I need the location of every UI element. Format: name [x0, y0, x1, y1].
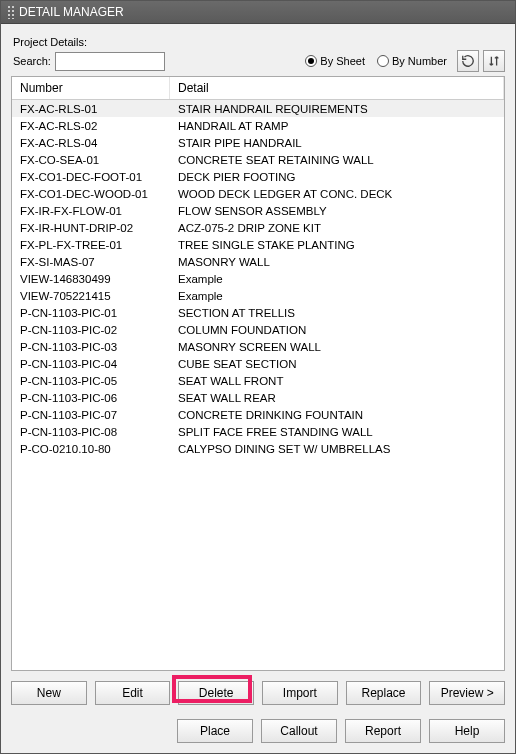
sort-icon	[487, 54, 501, 68]
search-input[interactable]	[55, 52, 165, 71]
cell-number: FX-SI-MAS-07	[12, 256, 170, 268]
cell-number: P-CN-1103-PIC-06	[12, 392, 170, 404]
table-header: Number Detail	[12, 77, 504, 100]
cell-detail: WOOD DECK LEDGER AT CONC. DECK	[170, 188, 504, 200]
radio-icon	[305, 55, 317, 67]
table-row[interactable]: FX-CO-SEA-01CONCRETE SEAT RETAINING WALL	[12, 151, 504, 168]
cell-detail: COLUMN FOUNDATION	[170, 324, 504, 336]
cell-number: P-CN-1103-PIC-08	[12, 426, 170, 438]
cell-detail: MASONRY SCREEN WALL	[170, 341, 504, 353]
cell-detail: FLOW SENSOR ASSEMBLY	[170, 205, 504, 217]
cell-detail: ACZ-075-2 DRIP ZONE KIT	[170, 222, 504, 234]
titlebar[interactable]: DETAIL MANAGER	[1, 1, 515, 24]
radio-icon	[377, 55, 389, 67]
column-header-detail[interactable]: Detail	[170, 77, 504, 99]
radio-by-number-label: By Number	[392, 55, 447, 67]
action-button-row: New Edit Delete Import Replace Preview >	[9, 677, 507, 715]
cell-detail: CUBE SEAT SECTION	[170, 358, 504, 370]
cell-number: FX-AC-RLS-02	[12, 120, 170, 132]
cell-number: P-CN-1103-PIC-01	[12, 307, 170, 319]
table-body: FX-AC-RLS-01STAIR HANDRAIL REQUIREMENTSF…	[12, 100, 504, 670]
refresh-button[interactable]	[457, 50, 479, 72]
cell-detail: CONCRETE SEAT RETAINING WALL	[170, 154, 504, 166]
cell-number: VIEW-146830499	[12, 273, 170, 285]
cell-detail: MASONRY WALL	[170, 256, 504, 268]
cell-detail: DECK PIER FOOTING	[170, 171, 504, 183]
report-button[interactable]: Report	[345, 719, 421, 743]
cell-number: FX-AC-RLS-04	[12, 137, 170, 149]
detail-manager-window: DETAIL MANAGER Project Details: Search: …	[0, 0, 516, 754]
window-body: Project Details: Search: By Sheet By Num…	[1, 24, 515, 753]
cell-number: FX-IR-FX-FLOW-01	[12, 205, 170, 217]
cell-detail: SECTION AT TRELLIS	[170, 307, 504, 319]
import-button[interactable]: Import	[262, 681, 338, 705]
cell-number: FX-CO1-DEC-FOOT-01	[12, 171, 170, 183]
table-row[interactable]: FX-PL-FX-TREE-01TREE SINGLE STAKE PLANTI…	[12, 236, 504, 253]
cell-number: VIEW-705221415	[12, 290, 170, 302]
table-row[interactable]: P-CN-1103-PIC-02COLUMN FOUNDATION	[12, 321, 504, 338]
refresh-icon	[461, 54, 475, 68]
cell-number: P-CN-1103-PIC-04	[12, 358, 170, 370]
view-mode-radio-group: By Sheet By Number	[305, 55, 447, 67]
cell-number: P-CN-1103-PIC-02	[12, 324, 170, 336]
replace-button[interactable]: Replace	[346, 681, 422, 705]
table-row[interactable]: FX-AC-RLS-04STAIR PIPE HANDRAIL	[12, 134, 504, 151]
column-header-number[interactable]: Number	[12, 77, 170, 99]
cell-number: FX-CO1-DEC-WOOD-01	[12, 188, 170, 200]
details-table: Number Detail FX-AC-RLS-01STAIR HANDRAIL…	[11, 76, 505, 671]
table-row[interactable]: P-CN-1103-PIC-03MASONRY SCREEN WALL	[12, 338, 504, 355]
table-row[interactable]: P-CN-1103-PIC-08SPLIT FACE FREE STANDING…	[12, 423, 504, 440]
sort-button[interactable]	[483, 50, 505, 72]
delete-button[interactable]: Delete	[178, 681, 254, 705]
edit-button[interactable]: Edit	[95, 681, 171, 705]
callout-button[interactable]: Callout	[261, 719, 337, 743]
radio-by-sheet-label: By Sheet	[320, 55, 365, 67]
help-button[interactable]: Help	[429, 719, 505, 743]
table-row[interactable]: VIEW-146830499Example	[12, 270, 504, 287]
table-row[interactable]: P-CN-1103-PIC-07CONCRETE DRINKING FOUNTA…	[12, 406, 504, 423]
cell-number: FX-CO-SEA-01	[12, 154, 170, 166]
cell-detail: HANDRAIL AT RAMP	[170, 120, 504, 132]
cell-detail: CALYPSO DINING SET W/ UMBRELLAS	[170, 443, 504, 455]
cell-detail: STAIR PIPE HANDRAIL	[170, 137, 504, 149]
cell-number: P-CN-1103-PIC-05	[12, 375, 170, 387]
cell-number: FX-AC-RLS-01	[12, 103, 170, 115]
table-row[interactable]: P-CN-1103-PIC-04CUBE SEAT SECTION	[12, 355, 504, 372]
preview-button[interactable]: Preview >	[429, 681, 505, 705]
table-row[interactable]: FX-AC-RLS-01STAIR HANDRAIL REQUIREMENTS	[12, 100, 504, 117]
table-row[interactable]: FX-IR-HUNT-DRIP-02ACZ-075-2 DRIP ZONE KI…	[12, 219, 504, 236]
window-title: DETAIL MANAGER	[19, 5, 124, 19]
radio-by-sheet[interactable]: By Sheet	[305, 55, 365, 67]
cell-detail: STAIR HANDRAIL REQUIREMENTS	[170, 103, 504, 115]
controls-row: Search: By Sheet By Number	[13, 50, 505, 72]
cell-detail: Example	[170, 273, 504, 285]
grip-icon	[7, 5, 15, 19]
cell-detail: CONCRETE DRINKING FOUNTAIN	[170, 409, 504, 421]
cell-detail: SEAT WALL FRONT	[170, 375, 504, 387]
table-row[interactable]: VIEW-705221415Example	[12, 287, 504, 304]
new-button[interactable]: New	[11, 681, 87, 705]
cell-number: P-CN-1103-PIC-07	[12, 409, 170, 421]
table-row[interactable]: FX-CO1-DEC-WOOD-01WOOD DECK LEDGER AT CO…	[12, 185, 504, 202]
table-row[interactable]: FX-CO1-DEC-FOOT-01DECK PIER FOOTING	[12, 168, 504, 185]
cell-detail: SEAT WALL REAR	[170, 392, 504, 404]
cell-number: FX-PL-FX-TREE-01	[12, 239, 170, 251]
cell-number: P-CO-0210.10-80	[12, 443, 170, 455]
secondary-button-row: Place Callout Report Help	[9, 715, 507, 747]
table-row[interactable]: FX-IR-FX-FLOW-01FLOW SENSOR ASSEMBLY	[12, 202, 504, 219]
table-row[interactable]: P-CN-1103-PIC-01SECTION AT TRELLIS	[12, 304, 504, 321]
table-row[interactable]: P-CN-1103-PIC-05SEAT WALL FRONT	[12, 372, 504, 389]
cell-detail: Example	[170, 290, 504, 302]
radio-by-number[interactable]: By Number	[377, 55, 447, 67]
table-row[interactable]: P-CO-0210.10-80CALYPSO DINING SET W/ UMB…	[12, 440, 504, 457]
cell-number: FX-IR-HUNT-DRIP-02	[12, 222, 170, 234]
table-row[interactable]: P-CN-1103-PIC-06SEAT WALL REAR	[12, 389, 504, 406]
table-row[interactable]: FX-AC-RLS-02HANDRAIL AT RAMP	[12, 117, 504, 134]
search-label: Search:	[13, 55, 51, 67]
cell-detail: TREE SINGLE STAKE PLANTING	[170, 239, 504, 251]
table-row[interactable]: FX-SI-MAS-07MASONRY WALL	[12, 253, 504, 270]
project-details-label: Project Details:	[13, 36, 507, 48]
place-button[interactable]: Place	[177, 719, 253, 743]
cell-number: P-CN-1103-PIC-03	[12, 341, 170, 353]
cell-detail: SPLIT FACE FREE STANDING WALL	[170, 426, 504, 438]
